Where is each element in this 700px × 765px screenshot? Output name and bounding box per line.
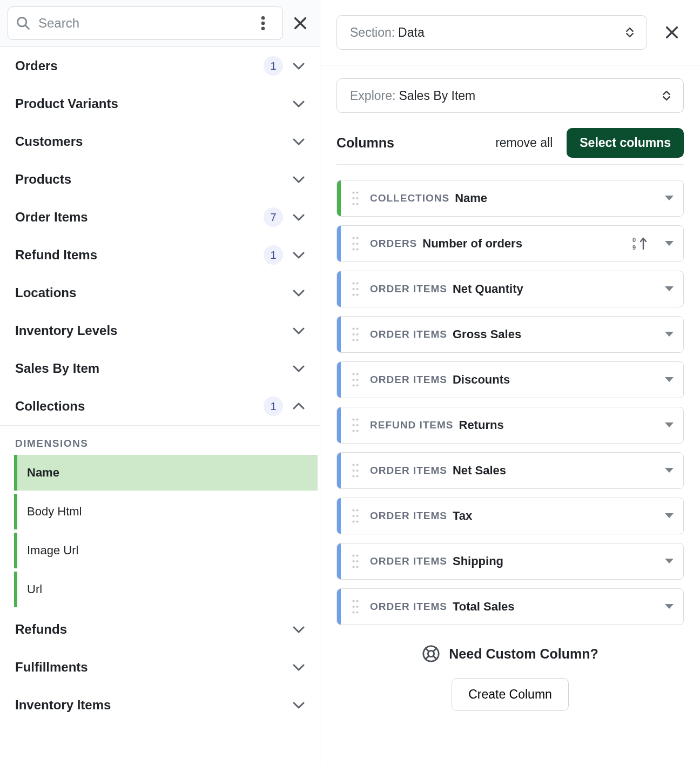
drag-handle[interactable] — [341, 463, 370, 478]
dimension-row[interactable]: Name — [14, 455, 318, 491]
svg-point-64 — [352, 566, 354, 568]
svg-point-28 — [352, 293, 354, 296]
select-caret-icon — [663, 91, 670, 100]
drag-handle-icon — [352, 508, 359, 524]
drag-handle[interactable] — [341, 327, 370, 342]
caret-down-icon — [664, 603, 674, 610]
svg-point-32 — [352, 333, 354, 335]
chevron-down-icon — [293, 100, 305, 108]
svg-point-44 — [352, 424, 354, 426]
dimension-row[interactable]: Body Html — [14, 494, 320, 529]
svg-point-65 — [356, 566, 358, 568]
color-bar — [337, 226, 341, 261]
category-row[interactable]: Refunds — [0, 610, 320, 648]
column-menu-button[interactable] — [655, 195, 683, 202]
svg-point-56 — [352, 515, 354, 517]
category-row[interactable]: Orders 1 — [0, 47, 320, 85]
column-name: Tax — [453, 509, 655, 523]
column-name: Total Sales — [453, 600, 655, 614]
svg-point-31 — [356, 327, 358, 330]
column-name: Returns — [459, 418, 656, 432]
drag-handle[interactable] — [341, 372, 370, 387]
section-selector[interactable]: Section: Data — [336, 15, 647, 50]
svg-point-33 — [356, 333, 358, 335]
category-row[interactable]: Inventory Levels — [0, 312, 320, 350]
svg-point-40 — [352, 384, 354, 386]
close-right-panel-button[interactable] — [660, 21, 684, 44]
svg-point-14 — [356, 203, 358, 205]
create-column-button[interactable]: Create Column — [452, 678, 569, 711]
caret-down-icon — [664, 558, 674, 565]
column-menu-button[interactable] — [655, 467, 683, 474]
drag-handle[interactable] — [341, 554, 370, 569]
svg-point-35 — [356, 339, 358, 341]
category-row[interactable]: Refund Items 1 — [0, 236, 320, 274]
svg-point-48 — [352, 464, 354, 466]
drag-handle[interactable] — [341, 508, 370, 524]
close-icon — [293, 16, 308, 31]
chevron-down-icon — [293, 251, 305, 259]
explore-selector[interactable]: Explore: Sales By Item — [336, 78, 684, 113]
drag-handle[interactable] — [341, 418, 370, 433]
category-row[interactable]: Collections 1 — [0, 387, 320, 425]
drag-handle[interactable] — [341, 191, 370, 206]
remove-all-link[interactable]: remove all — [495, 136, 553, 150]
close-icon — [664, 25, 679, 40]
columns-title: Columns — [336, 135, 495, 151]
category-row[interactable]: Order Items 7 — [0, 198, 320, 236]
color-bar — [337, 271, 341, 307]
column-menu-button[interactable] — [655, 331, 683, 338]
category-row[interactable]: Customers — [0, 123, 320, 160]
column-name: Number of orders — [422, 237, 632, 251]
column-menu-button[interactable] — [655, 558, 683, 565]
svg-point-67 — [356, 600, 358, 602]
column-menu-button[interactable] — [655, 422, 683, 428]
color-bar — [337, 317, 341, 352]
column-source: ORDERS — [370, 238, 417, 250]
drag-handle[interactable] — [341, 599, 370, 614]
close-left-panel-button[interactable] — [288, 11, 312, 35]
search-options-button[interactable] — [251, 11, 275, 35]
category-label: Collections — [15, 399, 264, 414]
column-item: COLLECTIONS Name — [336, 180, 684, 217]
category-label: Orders — [15, 58, 264, 73]
column-source: ORDER ITEMS — [370, 601, 447, 613]
column-menu-button[interactable] — [655, 603, 683, 610]
category-row[interactable]: Inventory Items — [0, 686, 320, 724]
column-name: Gross Sales — [453, 327, 655, 341]
chevron-down-icon — [293, 62, 305, 70]
explore-label: Explore: — [350, 89, 395, 103]
dimension-label: Body Html — [27, 505, 82, 519]
category-row[interactable]: Products — [0, 160, 320, 198]
color-bar — [337, 498, 341, 534]
column-menu-button[interactable] — [655, 240, 683, 247]
category-row[interactable]: Product Variants — [0, 85, 320, 123]
column-name: Discounts — [453, 373, 655, 387]
drag-handle[interactable] — [341, 281, 370, 297]
column-menu-button[interactable] — [655, 286, 683, 292]
search-field-wrap[interactable] — [8, 6, 283, 40]
dimension-row[interactable]: Image Url — [14, 533, 320, 568]
drag-handle-icon — [352, 418, 359, 433]
search-input[interactable] — [38, 16, 244, 31]
column-menu-button[interactable] — [655, 513, 683, 519]
svg-point-51 — [356, 469, 358, 472]
svg-text:0: 0 — [632, 237, 636, 243]
column-menu-button[interactable] — [655, 377, 683, 383]
select-columns-button[interactable]: Select columns — [567, 128, 684, 158]
chevron-down-icon — [293, 138, 305, 145]
category-row[interactable]: Sales By Item — [0, 350, 320, 387]
search-icon — [16, 16, 31, 31]
left-panel: Orders 1 Product Variants Customers Prod… — [0, 0, 320, 765]
svg-point-50 — [352, 469, 354, 472]
category-row[interactable]: Locations — [0, 274, 320, 312]
dimension-row[interactable]: Url — [14, 572, 320, 607]
drag-handle[interactable] — [341, 236, 370, 251]
svg-point-4 — [261, 27, 265, 31]
column-source: ORDER ITEMS — [370, 510, 447, 522]
svg-point-53 — [356, 475, 358, 477]
category-label: Order Items — [15, 210, 264, 225]
column-source: ORDER ITEMS — [370, 555, 447, 567]
category-row[interactable]: Fulfillments — [0, 648, 320, 686]
category-label: Products — [15, 172, 293, 187]
